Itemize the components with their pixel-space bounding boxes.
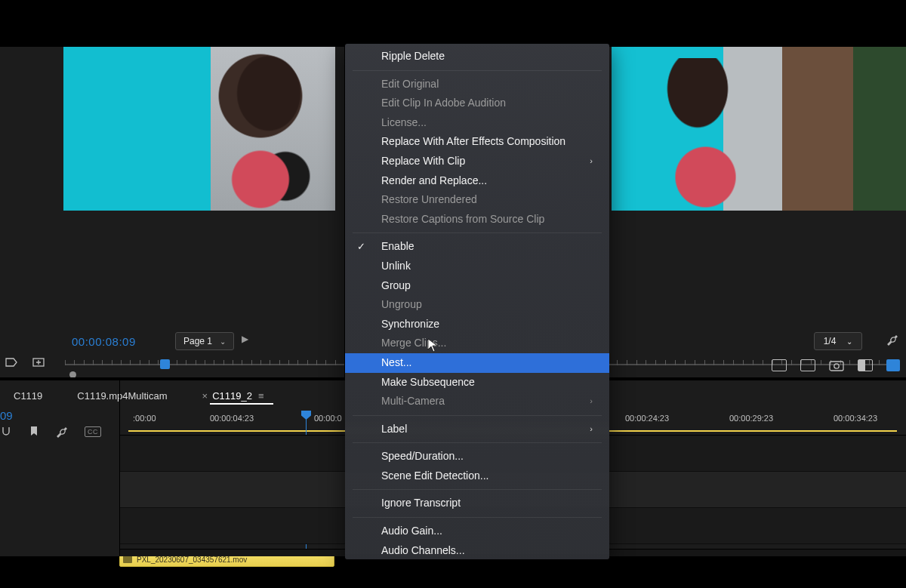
menu-item[interactable]: Speed/Duration... [345,447,609,466]
menu-item-label: Label [381,422,407,437]
scrubber-playhead[interactable] [160,359,170,369]
fx-badge-icon [123,556,132,563]
svg-point-2 [834,364,839,368]
menu-item: Multi-Camera› [345,392,609,411]
menu-item-label: Unlink [381,259,411,274]
play-icon[interactable]: ▶ [242,334,248,344]
captions-icon[interactable]: CC [85,426,101,437]
timeline-tools: CC [0,426,101,438]
menu-item[interactable]: Audio Gain... [345,522,609,541]
ruler-label: 00:00:34:23 [834,414,877,423]
menu-item-label: Enable [381,239,414,254]
submenu-arrow-icon: › [590,396,593,407]
menu-item-label: Render and Replace... [381,174,487,189]
ruler-label: 00:00:24:23 [625,414,669,423]
timeline-timecode[interactable]: 09 [0,409,13,422]
menu-item-label: Merge Clips... [381,336,446,351]
submenu-arrow-icon: › [590,155,593,167]
menu-separator [353,70,602,71]
ruler-label: 00:00:04:23 [210,414,254,423]
menu-item-label: Ripple Delete [381,49,445,64]
menu-separator [353,415,602,416]
menu-item: Edit Original [345,75,609,94]
chevron-down-icon: ⌄ [220,337,226,346]
menu-item[interactable]: ✓Enable [345,237,609,257]
menu-item-label: Group [381,279,411,294]
marker-icon[interactable] [29,426,39,438]
check-icon: ✓ [357,240,365,254]
menu-item: Restore Captions from Source Clip [345,210,609,229]
snap-icon[interactable] [0,426,12,438]
menu-item[interactable]: Ripple Delete [345,47,609,66]
video-content [169,54,335,211]
menu-item-label: Ungroup [381,297,422,312]
insert-icon[interactable] [5,356,18,369]
menu-item[interactable]: Group [345,276,609,296]
menu-item[interactable]: Make Subsequence [345,373,609,393]
menu-item-label: Synchronize [381,317,439,332]
menu-item-label: Audio Channels... [381,543,465,559]
program-bottom-toolbar [772,359,900,371]
source-monitor-panel: 00:00:08:09 Page 1 ⌄ ▶ [0,47,344,377]
menu-item[interactable]: Synchronize [345,315,609,334]
wrench-icon[interactable] [56,426,68,438]
menu-item[interactable]: Scene Edit Detection... [345,466,609,486]
menu-item-label: Multi-Camera [381,394,445,409]
menu-item[interactable]: Nest... [345,353,609,373]
menu-item[interactable]: Replace With Clip› [345,152,609,171]
menu-separator [353,232,602,233]
lift-icon[interactable] [772,359,787,371]
video-content [634,58,793,211]
menu-item-label: Restore Unrendered [381,192,477,208]
menu-separator [353,489,602,490]
tab-label: C1119 [14,390,42,402]
svg-rect-1 [830,362,843,371]
menu-item: Edit Clip In Adobe Audition [345,94,609,113]
menu-item-label: Nest... [381,356,411,371]
menu-item: Restore Unrendered [345,190,609,210]
menu-separator [353,517,602,518]
chevron-down-icon: ⌄ [846,337,852,346]
track-header-divider[interactable] [119,380,120,556]
menu-item[interactable]: Ignore Transcript [345,494,609,513]
program-monitor-panel: 1/4 ⌄ [607,47,906,377]
safe-margins-icon[interactable] [886,359,900,371]
resolution-label: 1/4 [824,336,837,346]
menu-item[interactable]: Replace With After Effects Composition [345,132,609,152]
letterbox-top [0,0,906,47]
resolution-selector[interactable]: 1/4 ⌄ [814,332,862,350]
camera-icon[interactable] [829,359,844,371]
menu-item-label: Make Subsequence [381,375,475,390]
menu-item-label: Speed/Duration... [381,449,464,464]
menu-item-label: Edit Clip In Adobe Audition [381,96,506,111]
menu-item-label: Replace With After Effects Composition [381,134,565,149]
ruler-label: 00:00:29:23 [729,414,773,423]
page-selector[interactable]: Page 1 ⌄ [175,332,234,350]
export-frame-icon[interactable] [32,356,45,369]
menu-item[interactable]: Render and Replace... [345,171,609,191]
ruler-label: :00:00 [133,414,156,423]
menu-item: Merge Clips... [345,334,609,353]
menu-item[interactable]: Unlink [345,257,609,276]
ruler-label: 00:00:0 [314,414,342,423]
menu-item-label: Replace With Clip [381,154,465,169]
comparison-view-icon[interactable] [858,359,873,371]
menu-item-label: License... [381,115,427,131]
menu-item: License... [345,113,609,133]
source-scrubber[interactable] [65,358,344,373]
menu-item[interactable]: Label› [345,420,609,439]
settings-icon[interactable] [886,334,898,346]
timeline-tab[interactable]: C1119 [8,388,48,404]
source-bottom-toolbar [0,347,45,377]
source-video-preview[interactable] [63,47,335,211]
menu-item-label: Edit Original [381,77,439,92]
scrubber-ticks [65,360,344,368]
extract-icon[interactable] [800,359,815,371]
menu-item-label: Scene Edit Detection... [381,469,488,484]
submenu-arrow-icon: › [590,423,593,435]
context-menu: Ripple DeleteEdit OriginalEdit Clip In A… [345,44,609,559]
menu-item-label: Ignore Transcript [381,496,461,511]
source-timecode[interactable]: 00:00:08:09 [72,335,136,348]
program-video-preview[interactable] [612,47,906,211]
menu-item[interactable]: Audio Channels... [345,541,609,559]
